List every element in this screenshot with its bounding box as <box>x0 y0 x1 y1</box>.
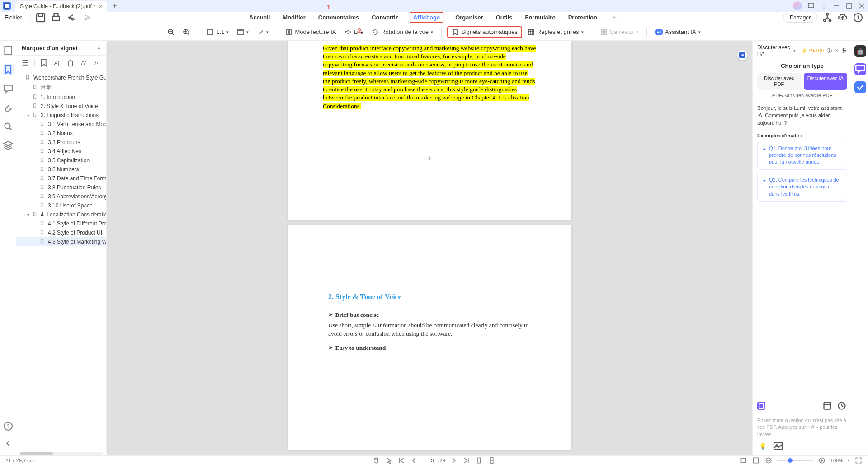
chat-history-icon[interactable] <box>822 400 833 411</box>
reading-mode-button[interactable]: Mode lecture IA <box>283 27 339 38</box>
bookmark-item[interactable]: 4.2 Style of Product UI <box>16 228 106 237</box>
chat-mode-dropdown[interactable]: Discuter avec l'IA ▾ <box>757 44 796 57</box>
chevron-icon[interactable]: ▾ <box>27 113 33 118</box>
cloud-upload-icon[interactable] <box>837 12 848 23</box>
last-page-icon[interactable] <box>462 456 471 465</box>
save-icon[interactable] <box>35 12 46 23</box>
print-icon[interactable] <box>51 12 61 23</box>
comments-button[interactable] <box>3 83 14 94</box>
select-tool-icon[interactable] <box>385 456 393 465</box>
share-button[interactable]: Partager <box>783 13 817 23</box>
bookmark-item[interactable]: 3.4 Adjectives <box>16 147 106 156</box>
bookmark-item[interactable]: 2. Style & Tone of Voice <box>16 102 106 111</box>
close-panel-icon[interactable]: × <box>97 44 101 52</box>
sparkle-icon[interactable]: ✦ <box>609 12 620 23</box>
bm-font-decrease-icon[interactable]: A▾ <box>93 58 102 67</box>
ai-robot-button[interactable]: 🤖 <box>854 45 866 57</box>
bm-add-icon[interactable] <box>39 58 48 67</box>
rotate-view-button[interactable]: Rotation de la vue▾ <box>369 27 436 38</box>
bookmark-item[interactable]: 3.3 Pronouns <box>16 138 106 147</box>
bm-font-increase-icon[interactable]: A▴ <box>80 58 89 67</box>
bm-rename-icon[interactable]: A| <box>52 58 61 67</box>
bookmark-item[interactable]: ▾3. Linguistic Instructions <box>16 111 106 120</box>
chat-doc-icon[interactable] <box>757 402 765 410</box>
bookmark-item[interactable]: 3.10 Use of Space <box>16 201 106 210</box>
tab-formulaire[interactable]: Formulaire <box>524 12 556 23</box>
tab-accueil[interactable]: Accueil <box>248 12 271 23</box>
chat-tab-pdf[interactable]: Discuter avec PDF <box>757 73 801 90</box>
bookmark-item[interactable]: ▾4. Localization Consideration <box>16 210 106 219</box>
prompt-card-2[interactable]: ✦Q2. Compare les techniques de narration… <box>757 173 847 202</box>
zoom-in-icon[interactable] <box>818 456 826 465</box>
chat-clock-icon[interactable] <box>836 400 847 411</box>
continuous-page-icon[interactable] <box>488 456 496 465</box>
fit-actual-button[interactable]: 1:1▾ <box>204 27 231 38</box>
close-window-icon[interactable] <box>858 2 865 9</box>
tab-protection[interactable]: Protection <box>567 12 598 23</box>
layers-button[interactable] <box>3 140 14 151</box>
bm-list-icon[interactable] <box>21 58 30 67</box>
chat-input[interactable]: Posez toute question qui n'est pas liée … <box>757 413 847 438</box>
fit-page-icon[interactable] <box>752 456 760 465</box>
close-tab-icon[interactable]: × <box>99 3 103 10</box>
bookmark-item[interactable]: 3.8 Punctuation Rules <box>16 183 106 192</box>
chat-image-icon[interactable] <box>773 441 783 451</box>
bookmark-item[interactable]: 3.6 Numbers <box>16 165 106 174</box>
hand-tool-icon[interactable] <box>372 456 380 465</box>
background-button[interactable]: ▾ <box>254 27 271 38</box>
chat-help-icon[interactable]: ⓘ <box>826 47 832 54</box>
tab-modifier[interactable]: Modifier <box>282 12 307 23</box>
fit-width-icon[interactable] <box>739 456 747 465</box>
sitemap-icon[interactable] <box>822 12 833 23</box>
more-icon[interactable]: ⋮ <box>820 2 827 9</box>
bookmark-item[interactable]: Wondershare French Style Guide <box>16 73 106 82</box>
first-page-icon[interactable] <box>397 456 406 465</box>
chat-settings-icon[interactable] <box>841 47 847 54</box>
bm-delete-icon[interactable] <box>66 58 75 67</box>
fullscreen-icon[interactable] <box>854 456 863 465</box>
document-area[interactable]: W Given that product interface copywriti… <box>107 41 752 455</box>
document-tab[interactable]: Style Guide - F...dback (2).pdf * × <box>15 1 107 12</box>
bookmarks-button[interactable] <box>3 64 14 75</box>
tab-convertir[interactable]: Convertir <box>371 12 399 23</box>
page-layout-button[interactable]: ▾ <box>234 27 251 38</box>
ai-chat-button[interactable] <box>854 63 866 75</box>
new-tab-button[interactable]: + <box>113 2 117 10</box>
bookmark-item[interactable]: 4.3 Style of Marketing Website <box>16 237 106 246</box>
bookmark-item[interactable]: 1. Introduction <box>16 93 106 102</box>
minimize-icon[interactable] <box>833 2 840 9</box>
bookmark-item[interactable]: 3.5 Capitalization <box>16 156 106 165</box>
close-chat-icon[interactable]: × <box>835 47 839 54</box>
help-button[interactable]: ? <box>3 421 14 432</box>
file-menu[interactable]: Fichier <box>5 14 22 21</box>
chat-lightbulb-icon[interactable]: 💡 <box>757 441 768 451</box>
redo-icon[interactable] <box>81 12 92 23</box>
zoom-in-button[interactable] <box>180 27 193 38</box>
ai-assistant-button[interactable]: AIAssistant IA▾ <box>652 27 703 37</box>
read-aloud-button[interactable]: Lire <box>342 27 367 38</box>
collapse-rail-button[interactable] <box>3 438 14 449</box>
undo-icon[interactable] <box>66 12 77 23</box>
prev-page-icon[interactable] <box>410 456 418 465</box>
rulers-grids-button[interactable]: Règles et grilles▾ <box>525 27 586 38</box>
search-button[interactable] <box>3 121 14 132</box>
zoom-out-button[interactable] <box>165 27 177 38</box>
notifications-icon[interactable] <box>807 2 815 9</box>
bookmark-item[interactable]: 3.1 Verb Tense and Mode <box>16 120 106 129</box>
bookmark-item[interactable]: 4.1 Style of Different Product L <box>16 219 106 228</box>
single-page-icon[interactable] <box>475 456 483 465</box>
user-avatar[interactable] <box>793 1 802 10</box>
history-icon[interactable] <box>853 12 863 23</box>
export-word-button[interactable]: W <box>737 50 748 61</box>
chat-tab-ia[interactable]: Discuter avec IA <box>804 73 848 90</box>
prompt-card-1[interactable]: ✦Q1. Donne-moi 3 idées pour prendre de b… <box>757 141 847 170</box>
tab-organiser[interactable]: Organiser <box>454 12 484 23</box>
ai-check-button[interactable] <box>854 81 866 93</box>
tab-affichage[interactable]: Affichage <box>410 12 443 23</box>
bookmark-item[interactable]: 3.9 Abbreviations/Acronyms <box>16 192 106 201</box>
bookmark-item[interactable]: 3.2 Nouns <box>16 129 106 138</box>
bookmark-item[interactable]: 目录 <box>16 82 106 93</box>
tab-outils[interactable]: Outils <box>495 12 514 23</box>
zoom-out-icon[interactable] <box>764 456 773 465</box>
maximize-icon[interactable] <box>845 2 853 9</box>
